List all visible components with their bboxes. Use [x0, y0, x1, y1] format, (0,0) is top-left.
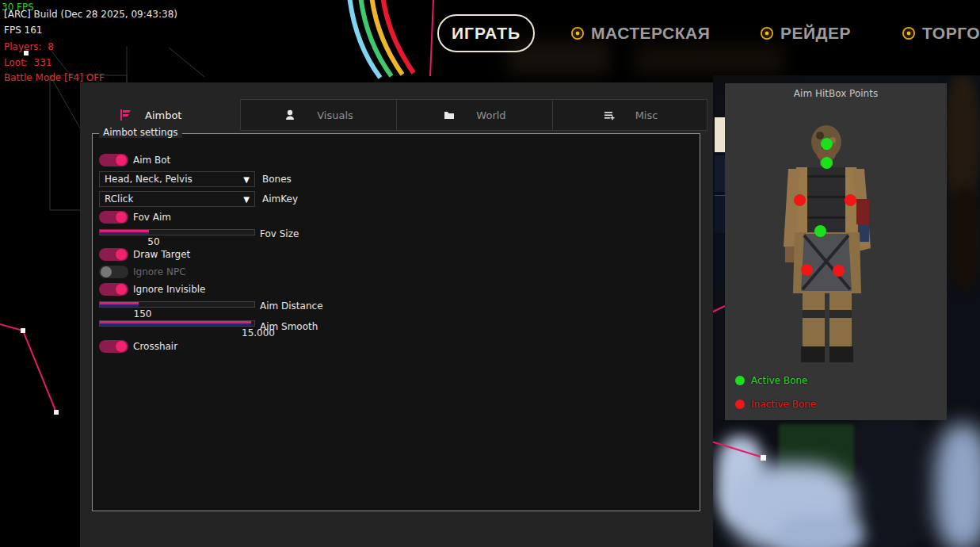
nav-item-trade[interactable]: ТОРГО [902, 24, 980, 43]
fov-size-label: Fov Size [260, 228, 299, 239]
coin-icon [902, 27, 915, 40]
sliders-icon [602, 109, 615, 121]
aim-bot-toggle[interactable] [99, 154, 128, 166]
toggle-knob [116, 155, 127, 166]
toggle-knob [116, 341, 127, 352]
tab-aimbot[interactable]: Aimbot [96, 99, 240, 131]
aimkey-dropdown[interactable]: RClick ▼ [99, 191, 255, 207]
section-title: Aimbot settings [99, 127, 182, 138]
fov-size-slider[interactable] [99, 229, 255, 235]
bones-dropdown[interactable]: Head, Neck, Pelvis ▼ [99, 171, 255, 187]
tab-misc[interactable]: Misc [552, 99, 707, 131]
play-button[interactable]: ИГРАТЬ [437, 14, 535, 52]
legend-label: Inactive Bone [751, 399, 816, 410]
hitbox-panel: Aim HitBox Points [725, 83, 947, 420]
hitbox-point-inactive [794, 194, 806, 206]
aimkey-label: AimKey [262, 193, 298, 205]
fov-aim-label: Fov Aim [133, 212, 171, 223]
ignore-invisible-label: Ignore Invisible [133, 284, 205, 295]
aim-bot-label: Aim Bot [133, 155, 170, 166]
toggle-knob [101, 266, 112, 277]
aim-distance-value: 150 [127, 308, 158, 319]
draw-target-toggle[interactable] [99, 248, 128, 261]
nav-item-raider[interactable]: РЕЙДЕР [761, 24, 851, 43]
aimbot-settings-group: Aimbot settings Aim Bot Head, Neck, Pelv… [92, 133, 700, 511]
bones-label: Bones [262, 174, 292, 185]
slider-fill [100, 321, 251, 326]
active-bone-dot [735, 376, 745, 385]
fov-aim-toggle[interactable] [99, 211, 128, 224]
tab-label: Misc [635, 109, 658, 121]
cheat-menu-panel: Aimbot Visuals World Misc Aimbot setting… [80, 82, 713, 547]
toggle-knob [116, 212, 127, 223]
game-top-nav: ИГРАТЬ МАСТЕРСКАЯ РЕЙДЕР ТОРГО [0, 0, 980, 75]
legend-active-bone: Active Bone [735, 375, 808, 386]
tab-visuals[interactable]: Visuals [240, 99, 397, 131]
coin-icon [761, 27, 773, 40]
player-model [772, 123, 899, 369]
hitbox-point-active [814, 225, 826, 237]
hitbox-point-active [821, 157, 833, 169]
crosshair-toggle[interactable] [99, 340, 128, 353]
hitbox-point-inactive [801, 264, 813, 276]
nav-item-label: РЕЙДЕР [780, 24, 851, 43]
aim-distance-label: Aim Distance [260, 300, 323, 312]
hitbox-point-inactive [845, 194, 856, 206]
person-icon [284, 109, 296, 121]
hitbox-point-active [821, 138, 833, 150]
flag-icon [119, 109, 132, 121]
aim-distance-slider[interactable] [99, 301, 255, 308]
nav-item-label: ТОРГО [922, 24, 980, 43]
legend-inactive-bone: Inactive Bone [735, 399, 816, 410]
coin-icon [571, 27, 584, 40]
tab-label: World [476, 109, 505, 121]
nav-item-workshop[interactable]: МАСТЕРСКАЯ [571, 24, 710, 43]
draw-target-label: Draw Target [133, 249, 190, 260]
nav-item-label: МАСТЕРСКАЯ [591, 24, 710, 43]
inactive-bone-dot [735, 400, 745, 409]
slider-fill [100, 302, 139, 307]
slider-fill [100, 230, 149, 235]
ignore-npc-toggle[interactable] [99, 266, 128, 278]
aim-smooth-label: Aim Smooth [260, 321, 318, 332]
chevron-down-icon: ▼ [243, 195, 250, 204]
tab-label: Aimbot [145, 109, 181, 121]
ignore-invisible-toggle[interactable] [99, 283, 128, 296]
ignore-npc-label: Ignore NPC [133, 266, 186, 277]
hitbox-point-inactive [833, 265, 845, 277]
tab-label: Visuals [317, 109, 353, 121]
crosshair-label: Crosshair [133, 341, 177, 352]
aim-smooth-slider[interactable] [99, 320, 255, 327]
tab-world[interactable]: World [396, 99, 553, 131]
toggle-knob [116, 284, 127, 295]
toggle-knob [116, 249, 127, 260]
dropdown-value: Head, Neck, Pelvis [105, 174, 193, 185]
hitbox-panel-title: Aim HitBox Points [725, 88, 947, 99]
fov-size-value: 50 [138, 236, 170, 247]
legend-label: Active Bone [751, 375, 808, 386]
dropdown-value: RClick [105, 193, 133, 205]
folder-icon [443, 109, 456, 121]
chevron-down-icon: ▼ [243, 175, 250, 184]
